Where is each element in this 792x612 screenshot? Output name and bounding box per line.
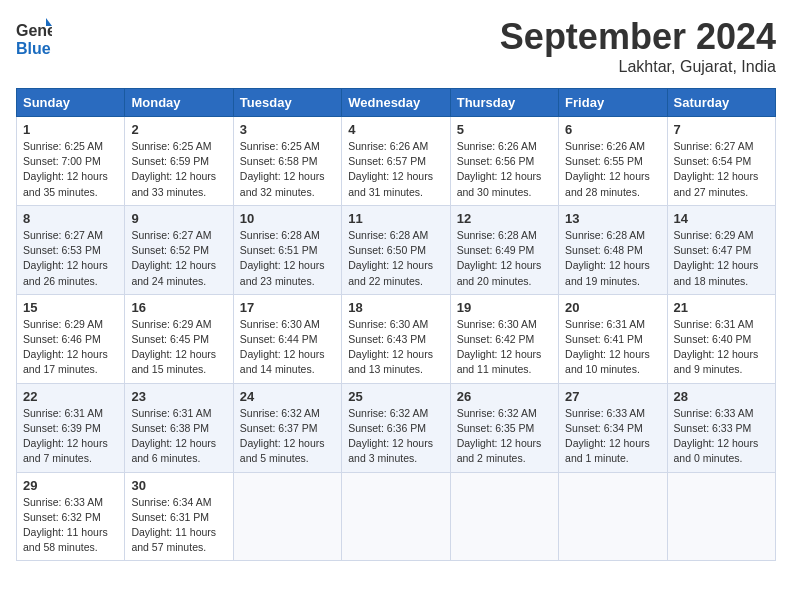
day-number: 16: [131, 300, 226, 315]
day-number: 7: [674, 122, 769, 137]
day-info: Sunrise: 6:30 AMSunset: 6:43 PMDaylight:…: [348, 318, 433, 376]
day-number: 19: [457, 300, 552, 315]
calendar-cell: 16Sunrise: 6:29 AMSunset: 6:45 PMDayligh…: [125, 294, 233, 383]
day-info: Sunrise: 6:33 AMSunset: 6:34 PMDaylight:…: [565, 407, 650, 465]
day-number: 24: [240, 389, 335, 404]
calendar-cell: [559, 472, 667, 561]
day-info: Sunrise: 6:33 AMSunset: 6:32 PMDaylight:…: [23, 496, 108, 554]
calendar-cell: 21Sunrise: 6:31 AMSunset: 6:40 PMDayligh…: [667, 294, 775, 383]
calendar-cell: [450, 472, 558, 561]
calendar-cell: 18Sunrise: 6:30 AMSunset: 6:43 PMDayligh…: [342, 294, 450, 383]
calendar-cell: 26Sunrise: 6:32 AMSunset: 6:35 PMDayligh…: [450, 383, 558, 472]
calendar-cell: 25Sunrise: 6:32 AMSunset: 6:36 PMDayligh…: [342, 383, 450, 472]
day-number: 10: [240, 211, 335, 226]
calendar-cell: 15Sunrise: 6:29 AMSunset: 6:46 PMDayligh…: [17, 294, 125, 383]
day-info: Sunrise: 6:32 AMSunset: 6:35 PMDaylight:…: [457, 407, 542, 465]
day-info: Sunrise: 6:31 AMSunset: 6:40 PMDaylight:…: [674, 318, 759, 376]
day-info: Sunrise: 6:32 AMSunset: 6:36 PMDaylight:…: [348, 407, 433, 465]
weekday-header-monday: Monday: [125, 89, 233, 117]
day-number: 15: [23, 300, 118, 315]
calendar-cell: 13Sunrise: 6:28 AMSunset: 6:48 PMDayligh…: [559, 205, 667, 294]
day-info: Sunrise: 6:27 AMSunset: 6:53 PMDaylight:…: [23, 229, 108, 287]
day-info: Sunrise: 6:25 AMSunset: 7:00 PMDaylight:…: [23, 140, 108, 198]
page-header: General Blue September 2024 Lakhtar, Guj…: [16, 16, 776, 76]
calendar-week-row: 15Sunrise: 6:29 AMSunset: 6:46 PMDayligh…: [17, 294, 776, 383]
calendar-cell: 12Sunrise: 6:28 AMSunset: 6:49 PMDayligh…: [450, 205, 558, 294]
day-number: 26: [457, 389, 552, 404]
logo-icon: General Blue: [16, 16, 52, 60]
day-info: Sunrise: 6:34 AMSunset: 6:31 PMDaylight:…: [131, 496, 216, 554]
day-info: Sunrise: 6:26 AMSunset: 6:57 PMDaylight:…: [348, 140, 433, 198]
calendar-week-row: 8Sunrise: 6:27 AMSunset: 6:53 PMDaylight…: [17, 205, 776, 294]
month-title: September 2024: [500, 16, 776, 58]
day-number: 3: [240, 122, 335, 137]
day-number: 30: [131, 478, 226, 493]
day-info: Sunrise: 6:30 AMSunset: 6:42 PMDaylight:…: [457, 318, 542, 376]
calendar-cell: [233, 472, 341, 561]
day-info: Sunrise: 6:31 AMSunset: 6:38 PMDaylight:…: [131, 407, 216, 465]
calendar-cell: 9Sunrise: 6:27 AMSunset: 6:52 PMDaylight…: [125, 205, 233, 294]
day-number: 8: [23, 211, 118, 226]
day-info: Sunrise: 6:29 AMSunset: 6:47 PMDaylight:…: [674, 229, 759, 287]
day-info: Sunrise: 6:28 AMSunset: 6:49 PMDaylight:…: [457, 229, 542, 287]
logo: General Blue: [16, 16, 54, 60]
calendar-cell: 28Sunrise: 6:33 AMSunset: 6:33 PMDayligh…: [667, 383, 775, 472]
day-info: Sunrise: 6:31 AMSunset: 6:39 PMDaylight:…: [23, 407, 108, 465]
calendar-cell: 4Sunrise: 6:26 AMSunset: 6:57 PMDaylight…: [342, 117, 450, 206]
calendar-week-row: 29Sunrise: 6:33 AMSunset: 6:32 PMDayligh…: [17, 472, 776, 561]
day-number: 5: [457, 122, 552, 137]
weekday-header-friday: Friday: [559, 89, 667, 117]
weekday-header-sunday: Sunday: [17, 89, 125, 117]
day-number: 6: [565, 122, 660, 137]
calendar-cell: 7Sunrise: 6:27 AMSunset: 6:54 PMDaylight…: [667, 117, 775, 206]
day-info: Sunrise: 6:29 AMSunset: 6:45 PMDaylight:…: [131, 318, 216, 376]
calendar-cell: 23Sunrise: 6:31 AMSunset: 6:38 PMDayligh…: [125, 383, 233, 472]
day-number: 14: [674, 211, 769, 226]
day-number: 28: [674, 389, 769, 404]
day-info: Sunrise: 6:31 AMSunset: 6:41 PMDaylight:…: [565, 318, 650, 376]
calendar-cell: 14Sunrise: 6:29 AMSunset: 6:47 PMDayligh…: [667, 205, 775, 294]
day-number: 12: [457, 211, 552, 226]
weekday-header-row: SundayMondayTuesdayWednesdayThursdayFrid…: [17, 89, 776, 117]
day-info: Sunrise: 6:26 AMSunset: 6:56 PMDaylight:…: [457, 140, 542, 198]
day-number: 9: [131, 211, 226, 226]
calendar-cell: [667, 472, 775, 561]
day-info: Sunrise: 6:29 AMSunset: 6:46 PMDaylight:…: [23, 318, 108, 376]
calendar-cell: 24Sunrise: 6:32 AMSunset: 6:37 PMDayligh…: [233, 383, 341, 472]
day-info: Sunrise: 6:27 AMSunset: 6:54 PMDaylight:…: [674, 140, 759, 198]
weekday-header-thursday: Thursday: [450, 89, 558, 117]
day-number: 29: [23, 478, 118, 493]
day-number: 20: [565, 300, 660, 315]
day-info: Sunrise: 6:28 AMSunset: 6:50 PMDaylight:…: [348, 229, 433, 287]
day-info: Sunrise: 6:26 AMSunset: 6:55 PMDaylight:…: [565, 140, 650, 198]
weekday-header-wednesday: Wednesday: [342, 89, 450, 117]
title-block: September 2024 Lakhtar, Gujarat, India: [500, 16, 776, 76]
day-number: 4: [348, 122, 443, 137]
day-number: 25: [348, 389, 443, 404]
location: Lakhtar, Gujarat, India: [500, 58, 776, 76]
day-number: 11: [348, 211, 443, 226]
calendar-cell: 19Sunrise: 6:30 AMSunset: 6:42 PMDayligh…: [450, 294, 558, 383]
day-number: 1: [23, 122, 118, 137]
day-info: Sunrise: 6:27 AMSunset: 6:52 PMDaylight:…: [131, 229, 216, 287]
day-number: 23: [131, 389, 226, 404]
calendar-cell: 2Sunrise: 6:25 AMSunset: 6:59 PMDaylight…: [125, 117, 233, 206]
day-number: 18: [348, 300, 443, 315]
calendar-cell: 3Sunrise: 6:25 AMSunset: 6:58 PMDaylight…: [233, 117, 341, 206]
day-number: 27: [565, 389, 660, 404]
day-info: Sunrise: 6:28 AMSunset: 6:48 PMDaylight:…: [565, 229, 650, 287]
calendar-cell: 5Sunrise: 6:26 AMSunset: 6:56 PMDaylight…: [450, 117, 558, 206]
day-info: Sunrise: 6:25 AMSunset: 6:59 PMDaylight:…: [131, 140, 216, 198]
calendar-table: SundayMondayTuesdayWednesdayThursdayFrid…: [16, 88, 776, 561]
calendar-cell: 27Sunrise: 6:33 AMSunset: 6:34 PMDayligh…: [559, 383, 667, 472]
day-info: Sunrise: 6:25 AMSunset: 6:58 PMDaylight:…: [240, 140, 325, 198]
calendar-cell: 11Sunrise: 6:28 AMSunset: 6:50 PMDayligh…: [342, 205, 450, 294]
day-number: 2: [131, 122, 226, 137]
day-number: 22: [23, 389, 118, 404]
svg-text:Blue: Blue: [16, 40, 51, 57]
day-number: 17: [240, 300, 335, 315]
calendar-cell: 17Sunrise: 6:30 AMSunset: 6:44 PMDayligh…: [233, 294, 341, 383]
calendar-cell: 30Sunrise: 6:34 AMSunset: 6:31 PMDayligh…: [125, 472, 233, 561]
day-number: 21: [674, 300, 769, 315]
calendar-cell: 6Sunrise: 6:26 AMSunset: 6:55 PMDaylight…: [559, 117, 667, 206]
